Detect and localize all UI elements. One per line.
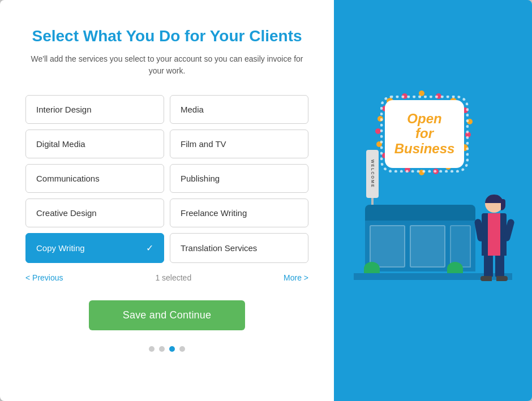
modal: Select What You Do for Your Clients We'l… [0,0,532,401]
service-btn-translation-services[interactable]: Translation Services [170,233,308,263]
checkmark-icon: ✓ [146,243,153,253]
left-panel: Select What You Do for Your Clients We'l… [0,0,334,401]
service-label: Communications [36,174,100,183]
service-btn-interior-design[interactable]: Interior Design [25,95,164,124]
service-btn-copy-writing[interactable]: Copy Writing✓ [25,233,164,263]
service-label: Media [181,105,204,114]
service-label: Copy Writing [36,243,85,253]
services-grid: Interior DesignMediaDigital MediaFilm an… [25,95,308,263]
open-sign: OpenforBusiness [385,100,464,168]
service-label: Interior Design [36,105,92,114]
service-btn-freelance-writing[interactable]: Freelance Writing [170,199,308,227]
person [480,195,508,281]
page-title: Select What You Do for Your Clients [32,27,302,45]
service-label: Film and TV [181,139,226,149]
page-subtitle: We'll add the services you select to you… [23,53,311,77]
right-panel: OpenforBusiness WELCOME [334,0,532,401]
service-btn-media[interactable]: Media [170,95,308,124]
service-label: Freelance Writing [181,208,247,218]
service-label: Translation Services [181,243,257,253]
service-btn-communications[interactable]: Communications [25,164,164,193]
service-btn-publishing[interactable]: Publishing [170,164,308,193]
illustration: OpenforBusiness WELCOME [354,88,512,314]
bottom-nav: < Previous 1 selected More > [25,273,308,282]
service-label: Creative Design [36,208,97,218]
progress-dot-3 [169,346,175,352]
selected-count: 1 selected [155,273,191,282]
service-label: Digital Media [36,139,85,149]
previous-link[interactable]: < Previous [25,273,63,282]
service-label: Publishing [181,174,220,183]
progress-dots [149,346,185,352]
service-btn-film-and-tv[interactable]: Film and TV [170,130,308,158]
progress-dot-1 [149,346,155,352]
more-link[interactable]: More > [284,273,308,282]
service-btn-digital-media[interactable]: Digital Media [25,130,164,158]
progress-dot-2 [159,346,165,352]
store [365,205,475,271]
save-continue-button[interactable]: Save and Continue [89,300,246,330]
service-btn-creative-design[interactable]: Creative Design [25,199,164,227]
progress-dot-4 [179,346,185,352]
